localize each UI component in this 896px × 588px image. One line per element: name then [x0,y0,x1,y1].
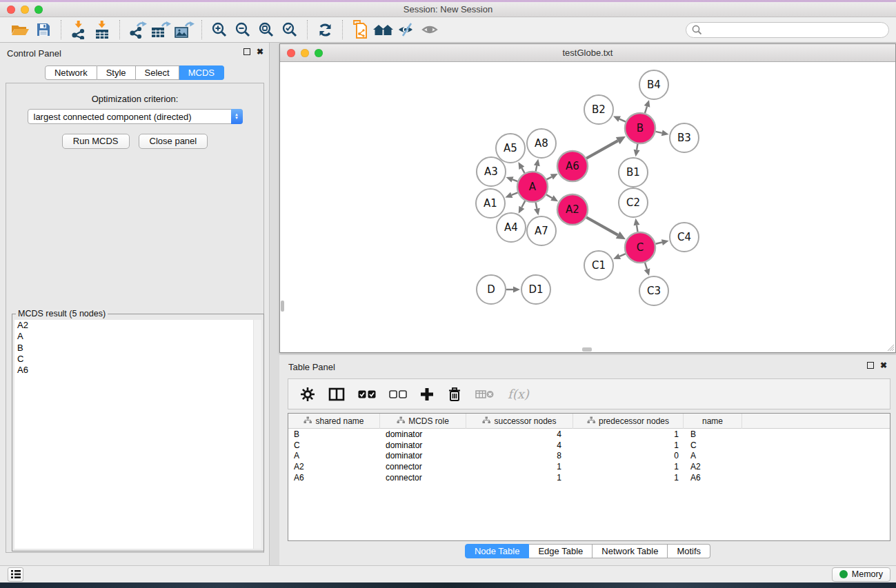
hide-selected-button[interactable] [395,19,419,40]
float-panel-icon[interactable] [243,48,250,55]
function-builder-button[interactable]: f(x) [508,387,529,401]
close-panel-button[interactable]: Close panel [139,134,208,149]
graph-edge-arrowhead [506,176,514,182]
close-table-panel-icon[interactable]: ✖ [880,362,887,369]
show-panels-button[interactable] [8,567,23,582]
delete-table-button[interactable] [475,389,495,399]
show-selected-button[interactable] [419,19,442,40]
table-header-row: shared nameMCDS rolesuccessor nodesprede… [288,414,890,429]
graph-node-label: A3 [484,165,498,178]
graph-edge-A-A3[interactable] [512,179,517,181]
save-session-button[interactable] [32,19,55,40]
search-field[interactable] [686,22,889,38]
graph-edge-C-C3[interactable] [645,263,647,270]
graph-edge-B-B4[interactable] [645,106,647,113]
graph-edge-C-C1[interactable] [619,254,626,256]
graph-node-label: A5 [504,142,517,154]
close-panel-icon[interactable]: ✖ [257,48,263,55]
column-header-shared-name[interactable]: shared name [288,414,380,429]
graph-edge-A-A8[interactable] [536,165,537,171]
toggle-column-button[interactable] [328,387,345,401]
column-header-filler [742,414,890,429]
columns-icon [328,387,345,401]
memory-button[interactable]: Memory [832,567,890,582]
graph-edge-B-B2[interactable] [619,119,626,122]
zoom-fit-button[interactable] [255,19,278,40]
graph-edge-A-A4[interactable] [521,201,525,207]
tab-style[interactable]: Style [97,65,136,80]
deselect-all-button[interactable] [389,390,407,398]
graph-edge-A-A7[interactable] [536,203,537,209]
export-network-button[interactable] [126,19,149,40]
table-row[interactable]: Bdominator41B [288,429,890,440]
graph-edge-C-C4[interactable] [655,243,661,244]
table-tab-motifs[interactable]: Motifs [668,544,710,558]
column-header-successor-nodes[interactable]: successor nodes [466,414,573,429]
zoom-selected-button[interactable] [278,19,301,40]
mcds-result-item[interactable]: A6 [14,365,253,376]
table-row[interactable]: A6connector11A6 [288,472,890,483]
table-cell: A6 [684,473,742,483]
criterion-select[interactable]: largest connected component (directed) ▲… [28,109,243,124]
resize-grip-icon[interactable] [885,342,895,352]
open-file-button[interactable] [8,19,32,40]
add-row-button[interactable] [420,387,434,401]
graph-edge-A-A1[interactable] [512,192,518,194]
graph-edge-C-C2[interactable] [637,225,637,232]
graph-edge-A6-B[interactable] [586,141,618,159]
node-table: shared nameMCDS rolesuccessor nodesprede… [288,413,890,541]
table-settings-button[interactable] [300,387,315,402]
table-cell: C [288,440,380,450]
column-header-predecessor-nodes[interactable]: predecessor nodes [573,414,684,429]
graph-edge-A-A6[interactable] [546,177,551,180]
mcds-result-item[interactable]: C [14,354,253,365]
status-bar: Memory [0,565,896,582]
graph-edge-A-A5[interactable] [521,168,524,173]
show-all-button[interactable] [372,19,395,40]
table-panel: Table Panel ✖ [279,355,896,565]
graph-edge-B-B1[interactable] [637,144,637,150]
vertical-scrollbar-thumb[interactable] [281,301,284,312]
table-tab-node-table[interactable]: Node Table [465,544,530,558]
graph-edge-B-B3[interactable] [655,132,661,133]
mcds-result-item[interactable]: A [14,331,253,342]
tab-mcds[interactable]: MCDS [179,65,224,80]
column-header-MCDS-role[interactable]: MCDS role [380,414,466,429]
graph-edge-A-A2[interactable] [546,194,552,198]
table-row[interactable]: Cdominator41C [288,440,890,451]
column-header-name[interactable]: name [684,414,742,429]
search-input[interactable] [706,25,883,35]
export-image-button[interactable] [172,19,196,40]
horizontal-scrollbar-thumb[interactable] [582,347,592,352]
select-all-button[interactable] [358,390,376,398]
table-tab-edge-table[interactable]: Edge Table [529,544,593,558]
graph-edge-arrowhead [513,287,520,293]
network-canvas[interactable]: B4B2BB3A8A5A6A3B1AC2A1A2A4A7C4CC1DD1C3 [281,63,895,352]
tab-select[interactable]: Select [136,65,179,80]
table-cell: 0 [573,451,684,460]
table-row[interactable]: Adominator80A [288,450,890,461]
mcds-result-item[interactable]: A2 [14,320,253,331]
graph-node-label: B4 [647,79,661,91]
graph-edge-A2-C[interactable] [586,217,618,235]
export-table-button[interactable] [149,19,172,40]
mcds-list-scrollbar[interactable] [253,320,261,549]
network-graph[interactable]: B4B2BB3A8A5A6A3B1AC2A1A2A4A7C4CC1DD1C3 [281,63,895,353]
table-cell: connector [380,462,466,472]
mcds-result-item[interactable]: B [14,343,253,354]
zoom-in-button[interactable] [208,19,231,40]
run-mcds-button[interactable]: Run MCDS [62,134,130,149]
clone-network-button[interactable] [348,19,372,40]
refresh-layout-button[interactable] [313,19,337,40]
import-network-button[interactable] [67,19,90,40]
float-table-panel-icon[interactable] [867,362,874,369]
tab-network[interactable]: Network [45,65,97,80]
import-table-button[interactable] [90,19,114,40]
table-cell: 4 [466,440,573,450]
graph-node-label: B [637,122,644,134]
zoom-out-button[interactable] [231,19,255,40]
delete-row-button[interactable] [447,387,462,402]
table-row[interactable]: A2connector11A2 [288,461,890,472]
table-tab-network-table[interactable]: Network Table [593,544,668,558]
graph-node-label: C [637,241,644,254]
